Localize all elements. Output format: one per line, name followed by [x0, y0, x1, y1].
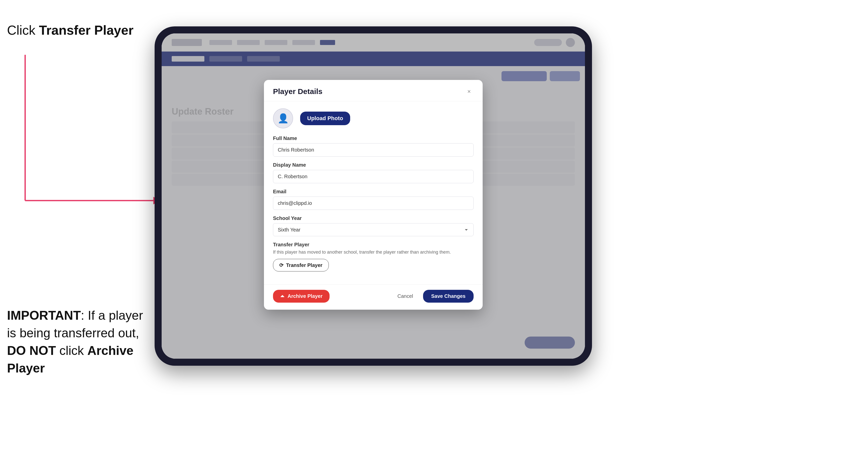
- save-changes-button[interactable]: Save Changes: [423, 290, 473, 303]
- transfer-btn-label: Transfer Player: [286, 262, 322, 268]
- do-not-label: DO NOT: [7, 344, 56, 358]
- tablet-screen: Update Roster Player Details ×: [162, 33, 585, 359]
- transfer-player-button[interactable]: ⟳ Transfer Player: [273, 259, 329, 272]
- modal-body: 👤 Upload Photo Full Name Display Name Em…: [264, 101, 483, 284]
- avatar-circle: 👤: [273, 108, 293, 128]
- archive-player-button[interactable]: ⏶ Archive Player: [273, 290, 330, 303]
- important-label: IMPORTANT: [7, 308, 81, 322]
- arrow-annotation: [12, 55, 168, 231]
- archive-btn-label: Archive Player: [287, 293, 322, 299]
- instruction-top-bold: Transfer Player: [39, 23, 133, 37]
- school-year-select[interactable]: First Year Second Year Third Year Fourth…: [273, 223, 473, 236]
- full-name-label: Full Name: [273, 135, 473, 141]
- player-details-modal: Player Details × 👤 Upload Photo Full Nam…: [264, 80, 483, 310]
- instruction-top: Click Transfer Player: [7, 23, 133, 38]
- email-group: Email: [273, 189, 473, 210]
- full-name-input[interactable]: [273, 143, 473, 157]
- avatar-icon: 👤: [278, 113, 289, 124]
- email-label: Email: [273, 189, 473, 194]
- transfer-btn-icon: ⟳: [279, 262, 284, 268]
- upload-photo-button[interactable]: Upload Photo: [300, 112, 350, 125]
- display-name-input[interactable]: [273, 170, 473, 183]
- modal-footer: ⏶ Archive Player Cancel Save Changes: [264, 284, 483, 310]
- tablet-frame: Update Roster Player Details ×: [155, 26, 592, 366]
- cancel-button[interactable]: Cancel: [393, 290, 418, 303]
- modal-title: Player Details: [273, 87, 322, 96]
- email-input[interactable]: [273, 196, 473, 210]
- footer-right: Cancel Save Changes: [393, 290, 473, 303]
- full-name-group: Full Name: [273, 135, 473, 157]
- transfer-label: Transfer Player: [273, 242, 473, 248]
- archive-icon: ⏶: [280, 293, 285, 299]
- school-year-label: School Year: [273, 215, 473, 221]
- modal-close-button[interactable]: ×: [465, 87, 473, 96]
- display-name-label: Display Name: [273, 162, 473, 168]
- modal-header: Player Details ×: [264, 80, 483, 101]
- school-year-group: School Year First Year Second Year Third…: [273, 215, 473, 236]
- transfer-section: Transfer Player If this player has moved…: [273, 242, 473, 272]
- instruction-bottom: IMPORTANT: If a player is being transfer…: [7, 307, 145, 377]
- avatar-section: 👤 Upload Photo: [273, 108, 473, 128]
- transfer-description: If this player has moved to another scho…: [273, 249, 473, 255]
- display-name-group: Display Name: [273, 162, 473, 183]
